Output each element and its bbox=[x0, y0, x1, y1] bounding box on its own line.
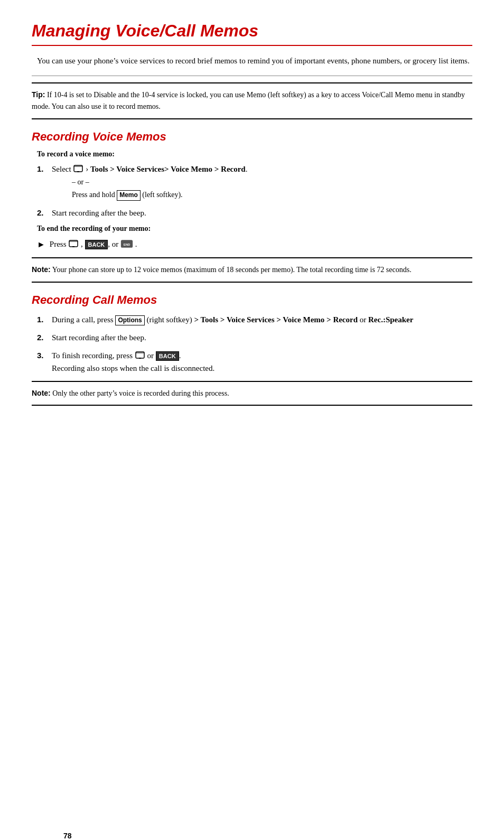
section1-title: Recording Voice Memos bbox=[32, 130, 472, 144]
step1-bold: Tools > Voice Services> Voice Memo > Rec… bbox=[90, 165, 246, 173]
section2-title: Recording Call Memos bbox=[32, 293, 472, 307]
section1-note: Note: Your phone can store up to 12 voic… bbox=[32, 257, 472, 282]
svg-text:END: END bbox=[124, 242, 130, 246]
tip-text: If 10-4 is set to Disable and the 10-4 s… bbox=[32, 91, 465, 110]
step1b: Press and hold Memo (left softkey). bbox=[52, 189, 472, 201]
divider-top bbox=[32, 76, 472, 76]
press-content: Press , BACK, or END . bbox=[50, 237, 137, 250]
step2-content: Start recording after the beep. bbox=[52, 209, 146, 217]
step-s2-2-num: 2. bbox=[37, 331, 44, 344]
back-key-2: BACK bbox=[156, 351, 179, 361]
tip-label: Tip: bbox=[32, 90, 45, 99]
page-title: Managing Voice/Call Memos bbox=[32, 21, 472, 46]
section2-note: Note: Only the other party’s voice is re… bbox=[32, 381, 472, 406]
section1-sub-label: To record a voice memo: bbox=[32, 150, 472, 158]
end-key-icon: END bbox=[120, 239, 133, 249]
step-s2-3-content: To finish recording, press or BACK. Reco… bbox=[52, 351, 214, 372]
back-key-1: BACK bbox=[85, 240, 108, 249]
memo-key: Memo bbox=[117, 190, 141, 201]
section1-step2: 2. Start recording after the beep. bbox=[37, 207, 472, 219]
step1-or: – or – bbox=[52, 176, 472, 188]
section1-step1: 1. Select › Tools > Voice Services> Voic… bbox=[37, 163, 472, 201]
section2-step3: 3. To finish recording, press or BACK. R… bbox=[37, 349, 472, 375]
note2-label: Note: bbox=[32, 389, 51, 397]
step-s2-3-num: 3. bbox=[37, 349, 44, 362]
section1-steps: 1. Select › Tools > Voice Services> Voic… bbox=[32, 163, 472, 219]
step1-num: 1. bbox=[37, 163, 44, 175]
section2-step1: 1. During a call, press Options (right s… bbox=[37, 313, 472, 326]
intro-text: You can use your phone’s voice services … bbox=[32, 54, 472, 67]
step-s2-1-bold2: Rec.:Speaker bbox=[368, 315, 413, 324]
step-s2-1-content: During a call, press Options (right soft… bbox=[52, 315, 413, 324]
phone-icon-2 bbox=[68, 239, 79, 248]
step1-content: Select › Tools > Voice Services> Voice M… bbox=[52, 165, 247, 173]
step-s2-1-num: 1. bbox=[37, 313, 44, 326]
end-label: To end the recording of your memo: bbox=[32, 225, 472, 233]
page-number: 78 bbox=[63, 832, 72, 840]
svg-rect-2 bbox=[77, 171, 79, 172]
note1-label: Note: bbox=[32, 265, 51, 274]
step2-num: 2. bbox=[37, 207, 44, 219]
section2-steps: 1. During a call, press Options (right s… bbox=[32, 313, 472, 375]
phone-icon-3 bbox=[135, 351, 145, 359]
step-s2-1-bold1: > Tools > Voice Services > Voice Memo > … bbox=[194, 315, 358, 324]
step-s2-2-content: Start recording after the beep. bbox=[52, 333, 146, 342]
section2-step2: 2. Start recording after the beep. bbox=[37, 331, 472, 344]
options-key: Options bbox=[115, 315, 144, 326]
bullet-arrow: ► bbox=[37, 238, 45, 251]
svg-rect-5 bbox=[72, 246, 74, 247]
svg-rect-10 bbox=[139, 358, 141, 359]
note2-text: Only the other party’s voice is recorded… bbox=[51, 389, 229, 397]
tip-box: Tip: If 10-4 is set to Disable and the 1… bbox=[32, 82, 472, 119]
press-bullet: ► Press , BACK, or END . bbox=[32, 237, 472, 251]
note1-text: Your phone can store up to 12 voice memo… bbox=[51, 266, 412, 274]
phone-icon bbox=[73, 164, 83, 173]
